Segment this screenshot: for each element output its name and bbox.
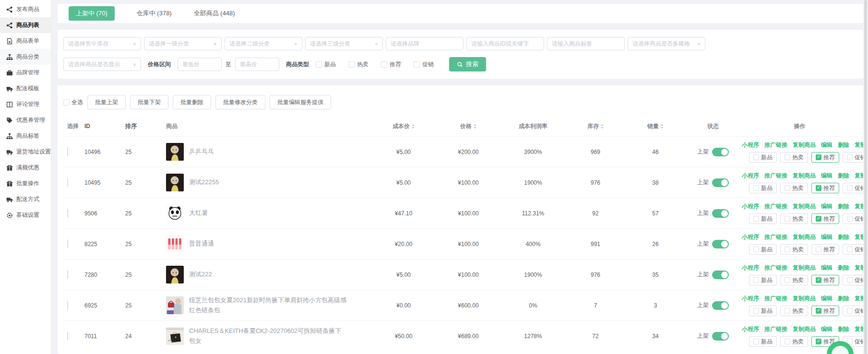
op-link-推广链接[interactable]: 推广链接: [764, 264, 787, 272]
sidebar-item-品牌管理[interactable]: 品牌管理: [0, 65, 51, 81]
op-link-小程序[interactable]: 小程序: [742, 233, 759, 241]
op-link-推广链接[interactable]: 推广链接: [764, 172, 787, 180]
op-link-复制商品[interactable]: 复制商品: [793, 202, 816, 211]
tag-button-促销[interactable]: 促销: [843, 306, 863, 316]
op-link-复制商品[interactable]: 复制商品: [793, 172, 816, 180]
sort-desc-icon[interactable]: [661, 127, 664, 129]
sidebar-item-优惠券管理[interactable]: 优惠券管理: [0, 112, 51, 128]
op-link-小程序[interactable]: 小程序: [742, 264, 759, 272]
tag-button-热卖[interactable]: 热卖: [780, 336, 808, 347]
sidebar-item-发布商品[interactable]: 发布商品: [0, 1, 51, 17]
tag-button-促销[interactable]: 促销: [843, 244, 863, 255]
batch-button[interactable]: 批量修改分类: [215, 95, 265, 109]
batch-button[interactable]: 批量删除: [173, 95, 211, 109]
sidebar-item-退货地址设置[interactable]: 退货地址设置: [0, 144, 51, 160]
op-link-编辑[interactable]: 编辑: [821, 141, 832, 149]
row-checkbox[interactable]: [67, 239, 68, 248]
op-link-编辑[interactable]: 编辑: [821, 172, 832, 180]
sort-desc-icon[interactable]: [412, 127, 415, 129]
tag-button-促销[interactable]: 促销: [843, 275, 863, 285]
sort-asc-icon[interactable]: [661, 124, 664, 126]
select-all[interactable]: 全选: [63, 98, 83, 106]
row-checkbox[interactable]: [67, 270, 68, 279]
op-link-推广链接[interactable]: 推广链接: [764, 295, 787, 303]
tag-button-热卖[interactable]: 热卖: [780, 306, 808, 316]
op-link-删除[interactable]: 删除: [838, 202, 849, 211]
sort-asc-icon[interactable]: [474, 124, 476, 126]
row-checkbox[interactable]: [67, 301, 68, 310]
checkbox-icon[interactable]: [414, 61, 420, 68]
tag-button-新品[interactable]: 新品: [749, 152, 777, 163]
type-checkbox-促销[interactable]: 促销: [414, 60, 434, 69]
filter-input[interactable]: [466, 37, 544, 50]
op-link-删除[interactable]: 删除: [838, 295, 849, 303]
min-price-input[interactable]: [178, 58, 222, 71]
row-checkbox[interactable]: [67, 209, 68, 218]
checkbox-icon[interactable]: [348, 61, 355, 68]
tag-button-新品[interactable]: 新品: [749, 244, 777, 255]
op-link-复制链接[interactable]: 复制链接: [855, 172, 863, 180]
sort-asc-icon[interactable]: [412, 124, 415, 126]
op-link-删除[interactable]: 删除: [838, 264, 849, 272]
op-link-小程序[interactable]: 小程序: [742, 295, 759, 303]
op-link-编辑[interactable]: 编辑: [821, 233, 832, 241]
op-link-推广链接[interactable]: 推广链接: [764, 141, 787, 149]
status-toggle[interactable]: [712, 178, 729, 187]
sort-desc-icon[interactable]: [601, 127, 604, 129]
checkbox-icon[interactable]: [381, 61, 387, 68]
op-link-小程序[interactable]: 小程序: [742, 325, 759, 333]
op-link-小程序[interactable]: 小程序: [742, 202, 759, 211]
op-link-复制商品[interactable]: 复制商品: [793, 325, 816, 333]
op-link-复制链接[interactable]: 复制链接: [855, 325, 863, 333]
sort-caret[interactable]: [412, 124, 415, 129]
op-link-小程序[interactable]: 小程序: [742, 172, 759, 180]
status-toggle[interactable]: [712, 332, 729, 341]
tag-button-新品[interactable]: 新品: [749, 336, 777, 347]
op-link-编辑[interactable]: 编辑: [821, 325, 832, 333]
type-checkbox-热卖[interactable]: 热卖: [348, 60, 369, 69]
sidebar-item-评论管理[interactable]: 评论管理: [0, 96, 51, 112]
tag-button-推荐[interactable]: 推荐: [811, 306, 839, 316]
op-link-复制商品[interactable]: 复制商品: [793, 264, 816, 272]
tag-button-促销[interactable]: 促销: [843, 152, 863, 163]
filter-input[interactable]: [547, 37, 625, 50]
op-link-编辑[interactable]: 编辑: [821, 295, 832, 303]
checkbox-icon[interactable]: [316, 61, 322, 68]
tab-2[interactable]: 全部商品 (448): [194, 9, 235, 18]
status-toggle[interactable]: [712, 240, 729, 248]
op-link-复制链接[interactable]: 复制链接: [855, 295, 863, 303]
status-toggle[interactable]: [712, 271, 729, 279]
sort-caret[interactable]: [474, 124, 476, 129]
tag-button-热卖[interactable]: 热卖: [780, 244, 808, 255]
status-toggle[interactable]: [712, 148, 729, 156]
type-checkbox-推荐[interactable]: 推荐: [381, 60, 401, 69]
op-link-复制商品[interactable]: 复制商品: [793, 295, 816, 303]
sidebar-item-满额优惠[interactable]: 满额优惠: [0, 160, 51, 176]
filter-select[interactable]: 请选择售中库存∨: [63, 37, 141, 50]
display-filter-select[interactable]: 请选择商品是否显示 ∨: [63, 58, 141, 71]
tag-button-推荐[interactable]: 推荐: [811, 152, 839, 163]
tag-button-推荐[interactable]: 推荐: [811, 244, 839, 255]
tag-button-新品[interactable]: 新品: [749, 306, 777, 316]
filter-select[interactable]: 请选择一级分类∨: [144, 37, 222, 50]
tag-button-热卖[interactable]: 热卖: [780, 183, 808, 193]
op-link-复制商品[interactable]: 复制商品: [793, 141, 816, 149]
max-price-input[interactable]: [235, 58, 279, 71]
op-link-复制链接[interactable]: 复制链接: [855, 141, 863, 149]
filter-select[interactable]: 请选择商品是否多规格∨: [628, 37, 705, 50]
op-link-复制商品[interactable]: 复制商品: [793, 233, 816, 241]
op-link-删除[interactable]: 删除: [838, 172, 849, 180]
sidebar-item-配送方式[interactable]: 配送方式: [0, 191, 51, 207]
search-button[interactable]: 搜索: [449, 57, 486, 71]
vertical-scrollbar[interactable]: [864, 0, 867, 354]
status-toggle[interactable]: [712, 209, 729, 218]
filter-select[interactable]: 请选择三级分类∨: [305, 37, 383, 50]
tag-button-促销[interactable]: 促销: [843, 213, 863, 224]
op-link-复制链接[interactable]: 复制链接: [855, 202, 863, 211]
sidebar-item-基础设置[interactable]: 基础设置: [0, 207, 51, 223]
sidebar-item-商品列表[interactable]: 商品列表: [0, 17, 51, 33]
tag-button-新品[interactable]: 新品: [749, 275, 777, 285]
tag-button-推荐[interactable]: 推荐: [811, 183, 839, 193]
row-checkbox[interactable]: [67, 178, 68, 187]
tab-0[interactable]: 上架中 (70): [69, 6, 115, 21]
